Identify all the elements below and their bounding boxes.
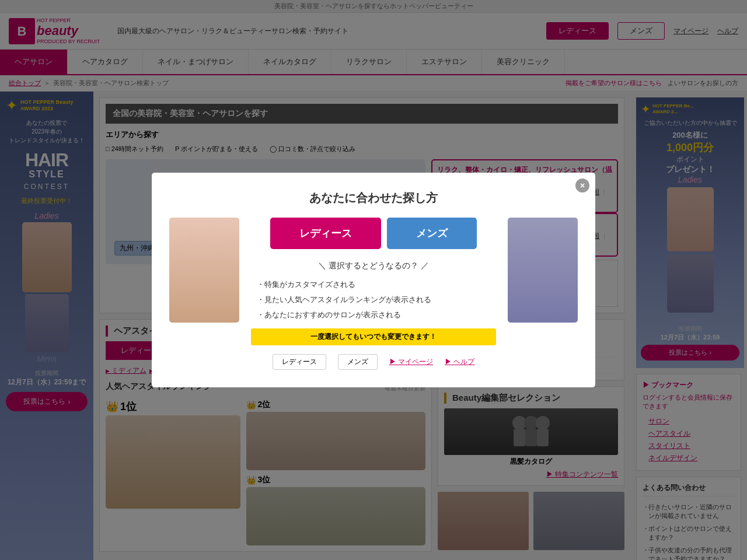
modal-title: あなたに合わせた探し方	[169, 190, 578, 206]
modal-ladies-img	[169, 218, 239, 323]
modal-feature-1: ・特集がカスタマイズされる	[257, 277, 496, 292]
modal-desc-list: ・特集がカスタマイズされる ・見たい人気ヘアスタイルランキングが表示される ・あ…	[251, 277, 496, 323]
modal-content: レディース メンズ ＼ 選択するとどうなるの？ ／ ・特集がカスタマイズされる …	[169, 218, 578, 370]
modal-center: レディース メンズ ＼ 選択するとどうなるの？ ／ ・特集がカスタマイズされる …	[251, 218, 496, 370]
modal-footer-mens-tab[interactable]: メンズ	[338, 354, 378, 370]
modal-ladies-btn[interactable]: レディース	[270, 218, 381, 249]
modal-feature-2: ・見たい人気ヘアスタイルランキングが表示される	[257, 292, 496, 307]
modal-note: 一度選択してもいつでも変更できます！	[251, 328, 496, 345]
modal: × あなたに合わせた探し方 レディース メンズ ＼ 選択するとどうなるの？ ／ …	[152, 173, 595, 387]
modal-mens-img	[508, 218, 578, 323]
gender-choice-btns: レディース メンズ	[251, 218, 496, 249]
modal-footer-ladies-tab[interactable]: レディース	[273, 354, 326, 370]
modal-desc-title: ＼ 選択するとどうなるの？ ／	[251, 261, 496, 271]
modal-person-right	[508, 218, 578, 323]
modal-feature-3: ・あなたにおすすめのサロンが表示される	[257, 307, 496, 323]
modal-help-link[interactable]: ▶ ヘルプ	[445, 357, 474, 367]
modal-footer: レディース メンズ ▶ マイページ ▶ ヘルプ	[251, 354, 496, 370]
modal-mens-btn[interactable]: メンズ	[387, 218, 477, 249]
modal-person-left	[169, 218, 239, 323]
modal-close-btn[interactable]: ×	[575, 178, 589, 192]
modal-mypage-link[interactable]: ▶ マイページ	[389, 357, 433, 367]
modal-overlay[interactable]: × あなたに合わせた探し方 レディース メンズ ＼ 選択するとどうなるの？ ／ …	[0, 0, 747, 560]
